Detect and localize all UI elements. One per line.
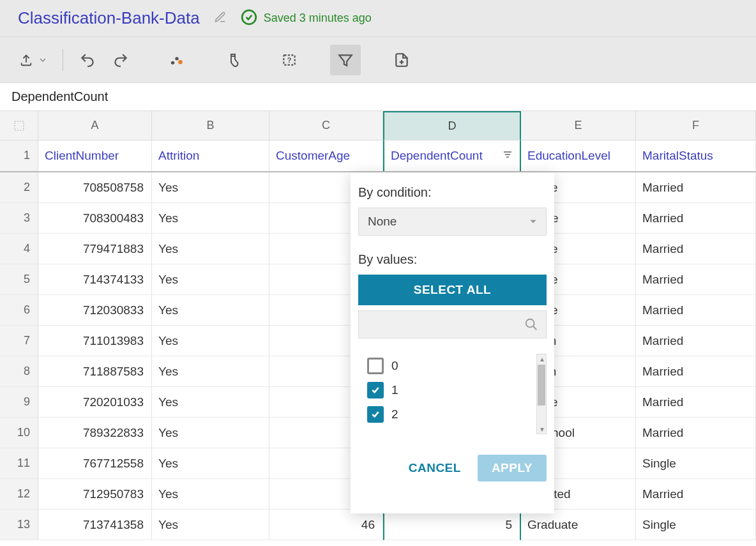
cell[interactable]: 711887583 (38, 356, 152, 387)
cell[interactable]: Yes (152, 172, 269, 203)
cell[interactable]: Married (636, 387, 756, 418)
col-header-A[interactable]: A (38, 111, 152, 140)
cell[interactable]: Yes (152, 326, 269, 356)
cell[interactable]: Married (636, 479, 756, 510)
cell[interactable]: Married (636, 418, 756, 448)
cell[interactable]: Yes (152, 387, 269, 418)
row-number[interactable]: 5 (0, 264, 38, 295)
cell[interactable]: Married (636, 264, 756, 295)
header-dependentcount[interactable]: DependentCount (383, 140, 521, 171)
app-header: Classification-Bank-Data Saved 3 minutes… (0, 0, 756, 37)
col-header-D[interactable]: D (383, 111, 521, 140)
sock-button[interactable] (218, 45, 248, 75)
row-number[interactable]: 10 (0, 418, 38, 448)
add-sheet-button[interactable] (386, 45, 417, 75)
filter-value-row[interactable]: 0 (367, 354, 547, 378)
header-clientnumber[interactable]: ClientNumber (38, 140, 152, 171)
scatter-button[interactable] (162, 45, 192, 75)
apply-button[interactable]: APPLY (478, 455, 547, 482)
scroll-down-icon[interactable]: ▼ (538, 425, 547, 434)
cell[interactable]: Yes (152, 264, 269, 295)
cell[interactable]: Yes (152, 510, 269, 540)
row-number[interactable]: 12 (0, 479, 38, 510)
header-attrition[interactable]: Attrition (152, 140, 269, 171)
toolbar: ? (0, 37, 756, 83)
header-educationlevel[interactable]: EducationLevel (521, 140, 636, 171)
cell[interactable]: 720201033 (38, 387, 152, 418)
cell[interactable]: 714374133 (38, 264, 152, 295)
cell[interactable]: 789322833 (38, 418, 152, 448)
filter-value-label: 2 (391, 407, 398, 421)
scroll-up-icon[interactable]: ▲ (538, 354, 547, 363)
search-icon (524, 317, 538, 331)
cell[interactable]: 767712558 (38, 448, 152, 479)
cell[interactable]: Married (636, 326, 756, 356)
cell[interactable]: Yes (152, 295, 269, 326)
export-button[interactable] (11, 45, 54, 75)
cell[interactable]: Yes (152, 356, 269, 387)
find-replace-button[interactable]: ? (274, 45, 305, 75)
filter-search-input[interactable] (358, 310, 547, 338)
row-number[interactable]: 2 (0, 172, 38, 203)
checkbox[interactable] (367, 406, 384, 423)
svg-point-7 (526, 319, 534, 328)
name-box[interactable]: DependentCount (0, 83, 756, 111)
cell[interactable]: 712030833 (38, 295, 152, 326)
row-number[interactable]: 1 (0, 140, 38, 171)
cell[interactable]: Yes (152, 448, 269, 479)
row-number[interactable]: 6 (0, 295, 38, 326)
filter-button[interactable] (330, 45, 361, 75)
saved-check-icon (241, 9, 257, 27)
cell[interactable]: 713741358 (38, 510, 152, 540)
cell[interactable]: Yes (152, 479, 269, 510)
select-all-button[interactable]: SELECT ALL (358, 275, 547, 305)
cell[interactable]: 712950783 (38, 479, 152, 510)
cell[interactable]: Graduate (521, 510, 636, 540)
col-header-C[interactable]: C (269, 111, 383, 140)
checkbox[interactable] (367, 382, 384, 398)
cell[interactable]: Yes (152, 203, 269, 234)
row-number[interactable]: 8 (0, 356, 38, 387)
cell[interactable]: Single (636, 510, 756, 540)
condition-dropdown[interactable]: None (358, 208, 547, 236)
select-all-corner[interactable] (0, 111, 38, 140)
filter-icon[interactable] (502, 149, 513, 163)
scroll-thumb[interactable] (538, 365, 545, 406)
filter-value-row[interactable]: 2 (367, 402, 547, 427)
cell[interactable]: Yes (152, 234, 269, 264)
cancel-button[interactable]: CANCEL (409, 461, 461, 475)
cell[interactable]: Married (636, 295, 756, 326)
checkbox[interactable] (367, 358, 384, 374)
cell[interactable]: Married (636, 234, 756, 264)
col-header-F[interactable]: F (636, 111, 756, 140)
cell[interactable]: Single (636, 448, 756, 479)
redo-button[interactable] (105, 45, 136, 75)
cell[interactable]: Married (636, 356, 756, 387)
scrollbar[interactable]: ▲ ▼ (536, 354, 547, 434)
cell[interactable]: 46 (269, 510, 383, 540)
condition-value: None (368, 215, 397, 229)
col-header-B[interactable]: B (152, 111, 269, 140)
row-number[interactable]: 11 (0, 448, 38, 479)
cell[interactable]: Yes (152, 418, 269, 448)
row-number[interactable]: 3 (0, 203, 38, 234)
header-customerage[interactable]: CustomerAge (269, 140, 383, 171)
cell[interactable]: Married (636, 172, 756, 203)
cell[interactable]: 711013983 (38, 326, 152, 356)
col-header-E[interactable]: E (521, 111, 636, 140)
row-number[interactable]: 4 (0, 234, 38, 264)
cell[interactable]: 708300483 (38, 203, 152, 234)
row-number[interactable]: 9 (0, 387, 38, 418)
cell[interactable]: 779471883 (38, 234, 152, 264)
cell[interactable]: 5 (383, 510, 521, 540)
filter-values-list: 012 ▲ ▼ (358, 354, 547, 434)
filter-value-row[interactable]: 1 (367, 378, 547, 402)
cell[interactable]: Married (636, 203, 756, 234)
undo-button[interactable] (72, 45, 103, 75)
document-title[interactable]: Classification-Bank-Data (18, 8, 200, 28)
row-number[interactable]: 7 (0, 326, 38, 356)
header-maritalstatus[interactable]: MaritalStatus (636, 140, 756, 171)
cell[interactable]: 708508758 (38, 172, 152, 203)
row-number[interactable]: 13 (0, 510, 38, 540)
edit-title-icon[interactable] (214, 11, 227, 26)
